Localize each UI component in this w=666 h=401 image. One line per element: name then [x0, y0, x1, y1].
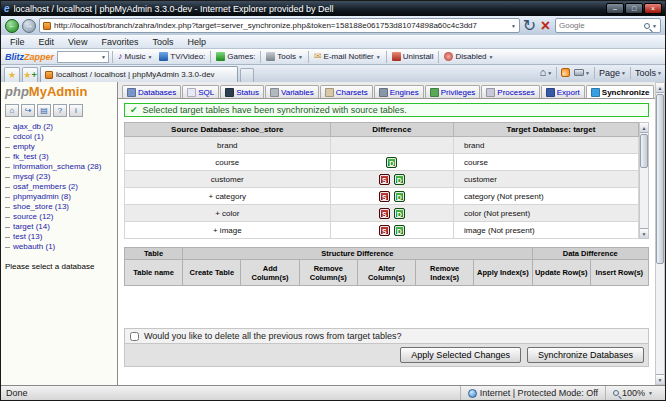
db-item[interactable]: webauth (1) — [5, 242, 113, 252]
data-diff-button[interactable]: D — [386, 157, 397, 168]
menu-favorites[interactable]: Favorites — [94, 37, 145, 47]
toolbar-separator — [556, 67, 557, 79]
tab-variables[interactable]: Variables — [265, 85, 319, 98]
close-button[interactable]: × — [644, 3, 662, 14]
toolbar-item-music[interactable]: ♪ Music ▼ — [116, 52, 154, 61]
db-item[interactable]: cdcol (1) — [5, 132, 113, 142]
variables-icon — [270, 88, 279, 97]
data-diff-button[interactable]: D — [394, 208, 405, 219]
db-item[interactable]: information_schema (28) — [5, 162, 113, 172]
tab-databases[interactable]: Databases — [122, 85, 181, 98]
pma-docs-icon[interactable]: ? — [53, 104, 67, 117]
toolbar-item-disabled[interactable]: Disabled ▼ — [442, 52, 495, 61]
structure-diff-button[interactable]: S — [379, 225, 390, 236]
toolbar-search-dropdown[interactable]: ▼ — [57, 51, 109, 63]
db-item[interactable]: shoe_store (13) — [5, 202, 113, 212]
menu-file[interactable]: File — [3, 37, 32, 47]
data-diff-button[interactable]: D — [394, 225, 405, 236]
difference-cell: SD — [330, 188, 453, 205]
tab-engines[interactable]: Engines — [374, 85, 424, 98]
data-diff-button[interactable]: D — [394, 191, 405, 202]
structure-diff-button[interactable]: S — [379, 174, 390, 185]
tab-synchronize[interactable]: Synchronize — [586, 85, 655, 98]
refresh-button[interactable]: ↻ — [523, 18, 536, 33]
tools-menu-button[interactable]: Tools▼ — [635, 68, 662, 78]
menu-edit[interactable]: Edit — [32, 37, 62, 47]
db-item[interactable]: target (14) — [5, 222, 113, 232]
window-title: localhost / localhost | phpMyAdmin 3.3.0… — [14, 4, 602, 14]
tab-sql[interactable]: SQL — [182, 85, 219, 98]
tab-processes[interactable]: Processes — [481, 85, 539, 98]
favorites-button[interactable]: ★ — [4, 67, 20, 82]
url-dropdown-icon[interactable]: ▼ — [511, 23, 516, 29]
minimize-button[interactable]: – — [606, 3, 624, 14]
db-item[interactable]: ajax_db (2) — [5, 122, 113, 132]
maximize-button[interactable]: □ — [625, 3, 643, 14]
toolbar-separator — [630, 67, 631, 79]
tab-export[interactable]: Export — [541, 85, 585, 98]
db-item[interactable]: fk_test (3) — [5, 152, 113, 162]
sync-table-row: brand SD brand — [125, 137, 639, 154]
toolbar-item-uninstall[interactable]: Uninstall — [390, 52, 436, 61]
home-button[interactable]: ⌂▼ — [539, 67, 552, 78]
structure-diff-button[interactable]: S — [379, 191, 390, 202]
toolbar-item-email[interactable]: ✉ E-mail Notifier ▼ — [312, 52, 383, 61]
scroll-down-icon[interactable]: ▼ — [656, 374, 664, 384]
address-bar: ← → ▼ ↻ × ▼ — [1, 16, 665, 35]
home-icon: ⌂ — [539, 67, 546, 78]
tv-icon — [159, 52, 168, 61]
logout-icon[interactable]: ↪ — [21, 104, 35, 117]
data-diff-button[interactable]: D — [394, 174, 405, 185]
db-item[interactable]: mysql (23) — [5, 172, 113, 182]
delete-rows-checkbox[interactable] — [130, 332, 139, 341]
zoom-control[interactable]: 100% ▼ — [605, 386, 660, 400]
db-item[interactable]: phpmyadmin (8) — [5, 192, 113, 202]
search-box[interactable]: ▼ — [555, 18, 661, 33]
apply-selected-changes-button[interactable]: Apply Selected Changes — [400, 347, 521, 363]
menu-tools[interactable]: Tools — [145, 37, 180, 47]
structure-diff-button[interactable]: S — [379, 208, 390, 219]
db-item[interactable]: empty — [5, 142, 113, 152]
server-tabs: Databases SQL Status Variables Charsets … — [118, 82, 655, 99]
menu-help[interactable]: Help — [180, 37, 213, 47]
search-icon[interactable] — [644, 23, 650, 29]
home-icon[interactable]: ⌂ — [5, 104, 19, 117]
stop-button[interactable]: × — [539, 18, 552, 33]
toolbar-item-tools[interactable]: Tools ▼ — [264, 52, 305, 61]
globe-icon — [468, 389, 477, 398]
tab-status[interactable]: Status — [220, 85, 264, 98]
tab-charsets[interactable]: Charsets — [320, 85, 373, 98]
title-bar: e localhost / localhost | phpMyAdmin 3.3… — [1, 1, 665, 16]
page-menu-button[interactable]: Page▼ — [599, 68, 626, 78]
scroll-up-icon[interactable]: ▲ — [640, 123, 648, 133]
scroll-down-icon[interactable]: ▼ — [640, 228, 648, 238]
scrollbar-thumb[interactable] — [640, 134, 648, 168]
scroll-up-icon[interactable]: ▲ — [656, 83, 664, 93]
scrollbar-thumb[interactable] — [656, 94, 664, 264]
url-box[interactable]: ▼ — [39, 18, 520, 33]
back-button[interactable]: ← — [5, 19, 19, 33]
url-input[interactable] — [54, 20, 508, 32]
query-window-icon[interactable]: ▤ — [37, 104, 51, 117]
forward-button[interactable]: → — [22, 19, 36, 33]
browser-tab[interactable]: localhost / localhost | phpMyAdmin 3.3.0… — [40, 66, 238, 82]
search-input[interactable] — [559, 21, 642, 30]
feed-icon[interactable] — [561, 68, 570, 77]
add-favorite-button[interactable]: ★+ — [22, 67, 38, 82]
phpmyadmin-logo: phpMyAdmin — [5, 85, 113, 99]
mysql-docs-icon[interactable]: i — [69, 104, 83, 117]
db-item[interactable]: source (12) — [5, 212, 113, 222]
toolbar-item-games[interactable]: Games: — [214, 52, 257, 61]
ie-icon: e — [4, 4, 10, 14]
toolbar-item-tv[interactable]: TV/Video: — [157, 52, 207, 61]
print-button[interactable]: ▼ — [574, 69, 590, 76]
synchronize-databases-button[interactable]: Synchronize Databases — [527, 347, 644, 363]
sync-table-scrollbar[interactable]: ▲ ▼ — [639, 122, 649, 239]
search-dropdown-icon[interactable]: ▼ — [652, 23, 657, 29]
tab-privileges[interactable]: Privileges — [425, 85, 481, 98]
db-item[interactable]: osaf_members (2) — [5, 182, 113, 192]
main-scrollbar[interactable]: ▲ ▼ — [655, 82, 665, 385]
new-tab-button[interactable] — [240, 68, 254, 82]
db-item[interactable]: test (13) — [5, 232, 113, 242]
menu-view[interactable]: View — [61, 37, 94, 47]
